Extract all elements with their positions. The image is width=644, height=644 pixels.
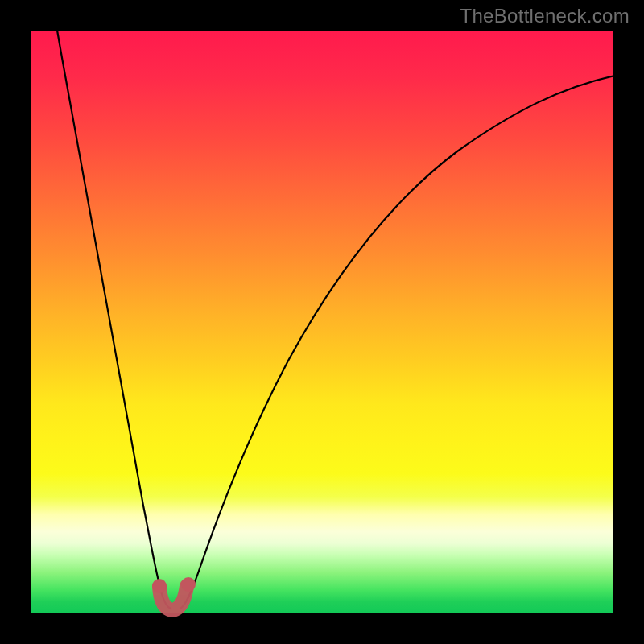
chart-plot-area — [31, 31, 613, 613]
valley-marker-dot-left — [152, 579, 167, 593]
chart-svg — [31, 31, 613, 613]
valley-marker-dot-right — [181, 577, 196, 592]
watermark-text: TheBottleneck.com — [460, 5, 630, 27]
bottleneck-curve-left — [56, 26, 171, 609]
bottleneck-curve-right — [180, 75, 618, 609]
